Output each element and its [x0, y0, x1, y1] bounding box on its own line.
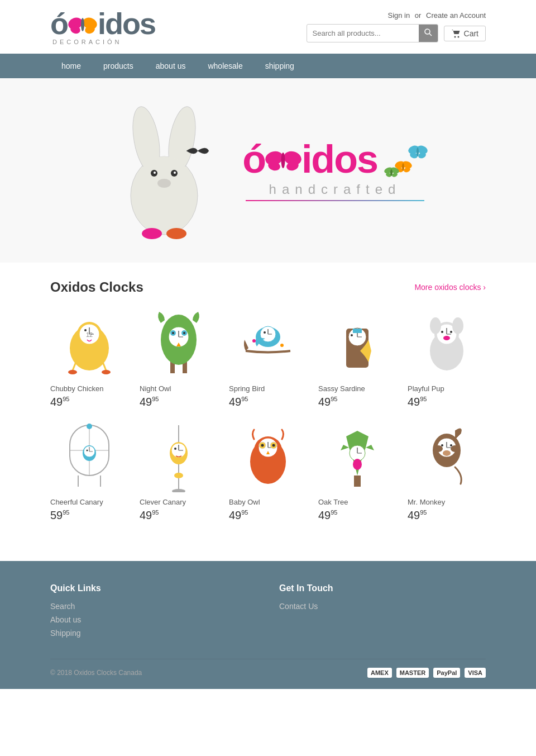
nav-link-wholesale[interactable]: wholesale: [197, 54, 253, 78]
get-in-touch-title: Get In Touch: [279, 583, 486, 593]
product-price: 4995: [50, 396, 128, 408]
logo-text: ó idos: [50, 8, 155, 39]
quick-links-title: Quick Links: [50, 583, 257, 593]
cart-label: Cart: [464, 29, 478, 38]
nav-item-wholesale[interactable]: wholesale: [197, 54, 253, 78]
svg-point-29: [417, 148, 419, 156]
footer-quick-link[interactable]: Shipping: [50, 629, 257, 638]
svg-point-119: [451, 445, 460, 452]
svg-point-24: [281, 153, 285, 168]
product-item[interactable]: Baby Owl 4995: [229, 420, 307, 522]
svg-rect-109: [354, 476, 361, 487]
product-image: [50, 420, 128, 492]
hero-deco-butterflies: [383, 140, 428, 179]
product-name: Playful Pup: [408, 384, 486, 393]
quick-links-list: SearchAbout usShipping: [50, 602, 257, 638]
svg-rect-71: [353, 329, 362, 333]
product-item[interactable]: Night Owl 4995: [140, 306, 218, 408]
svg-point-14: [154, 172, 156, 174]
svg-point-113: [353, 459, 362, 470]
svg-point-7: [454, 36, 456, 37]
product-name: Baby Owl: [229, 498, 307, 506]
product-price: 4995: [318, 396, 396, 408]
logo[interactable]: ó idos DECORACIÓN: [50, 8, 155, 45]
product-price: 4995: [229, 396, 307, 408]
product-item[interactable]: Mr. Monkey 4995: [408, 420, 486, 522]
svg-point-72: [351, 334, 353, 336]
product-name: Sassy Sardine: [318, 384, 396, 393]
product-price: 5995: [50, 509, 128, 522]
footer-top: Quick Links SearchAbout usShipping Get I…: [50, 583, 486, 642]
product-image: [408, 420, 486, 492]
svg-point-39: [390, 169, 393, 176]
svg-point-107: [272, 444, 275, 447]
footer-contact-link[interactable]: Contact Us: [279, 602, 486, 611]
product-grid-row1: 12 Chubby Chicken 4995: [50, 306, 486, 408]
hero-handcrafted: handcrafted: [269, 182, 401, 197]
product-price: 4995: [140, 396, 218, 408]
svg-point-98: [172, 489, 185, 492]
product-item[interactable]: 12 Chubby Chicken 4995: [50, 306, 128, 408]
product-price: 4995: [408, 509, 486, 522]
product-name: Mr. Monkey: [408, 498, 486, 506]
product-name: Spring Bird: [229, 384, 307, 393]
svg-point-122: [443, 450, 451, 456]
product-name: Clever Canary: [140, 498, 218, 506]
more-clocks-link[interactable]: More oxidos clocks ›: [414, 283, 486, 292]
product-image: [140, 306, 218, 379]
hero-butterfly-icon: [265, 142, 302, 176]
svg-point-81: [450, 331, 452, 333]
svg-point-57: [172, 332, 174, 334]
product-item[interactable]: Playful Pup 4995: [408, 306, 486, 408]
create-account-link[interactable]: Create an Account: [426, 11, 486, 20]
footer-quick-link[interactable]: Search: [50, 602, 257, 611]
nav-item-products[interactable]: products: [92, 54, 145, 78]
hero-product-image: [108, 95, 220, 246]
nav-item-shipping[interactable]: shipping: [254, 54, 305, 78]
product-name: Night Owl: [140, 384, 218, 393]
nav-link-shipping[interactable]: shipping: [254, 54, 305, 78]
footer-quick-link[interactable]: About us: [50, 615, 257, 624]
product-item[interactable]: Oak Tree 4995: [318, 420, 396, 522]
account-links: Sign in or Create an Account: [387, 11, 486, 20]
search-box: [307, 24, 438, 42]
logo-subtext: DECORACIÓN: [52, 39, 122, 45]
product-item[interactable]: Clever Canary 4995: [140, 420, 218, 522]
bunny-illustration: [108, 95, 220, 246]
nav-link-about[interactable]: about us: [145, 54, 197, 78]
svg-point-17: [157, 179, 171, 188]
svg-point-118: [434, 445, 443, 452]
nav-list: home products about us wholesale shippin…: [50, 54, 486, 78]
hero-logo: ó idos: [242, 140, 428, 201]
svg-point-58: [183, 332, 185, 334]
nav-link-home[interactable]: home: [50, 54, 92, 78]
svg-point-91: [87, 424, 92, 429]
product-name: Cheerful Canary: [50, 498, 128, 506]
svg-point-46: [84, 329, 87, 331]
product-item[interactable]: Cheerful Canary 5995: [50, 420, 128, 522]
product-item[interactable]: Spring Bird 4995: [229, 306, 307, 408]
cart-icon: [451, 29, 461, 38]
payment-icon: VISA: [465, 668, 486, 678]
search-button[interactable]: [419, 25, 438, 42]
nav-item-home[interactable]: home: [50, 54, 92, 78]
hero-o: ó: [242, 140, 265, 179]
cart-button[interactable]: Cart: [444, 26, 486, 41]
nav-item-about[interactable]: about us: [145, 54, 197, 78]
svg-point-65: [252, 339, 256, 343]
clocks-section: Oxidos Clocks More oxidos clocks › 12 Ch…: [0, 263, 536, 539]
svg-point-4: [81, 18, 84, 31]
payment-icon: MASTER: [396, 668, 429, 678]
hero-banner: ó idos: [0, 78, 536, 263]
svg-point-66: [280, 344, 284, 347]
search-input[interactable]: [307, 26, 419, 41]
logo-butterfly-icon: [68, 10, 97, 37]
nav-link-products[interactable]: products: [92, 54, 145, 78]
logo-idos: idos: [98, 8, 155, 39]
copyright: © 2018 Oxidos Clocks Canada: [50, 669, 142, 677]
svg-point-16: [174, 172, 176, 174]
product-item[interactable]: Sassy Sardine 4995: [318, 306, 396, 408]
contact-list: Contact Us: [279, 602, 486, 611]
signin-link[interactable]: Sign in: [387, 11, 410, 20]
svg-point-78: [430, 317, 441, 334]
